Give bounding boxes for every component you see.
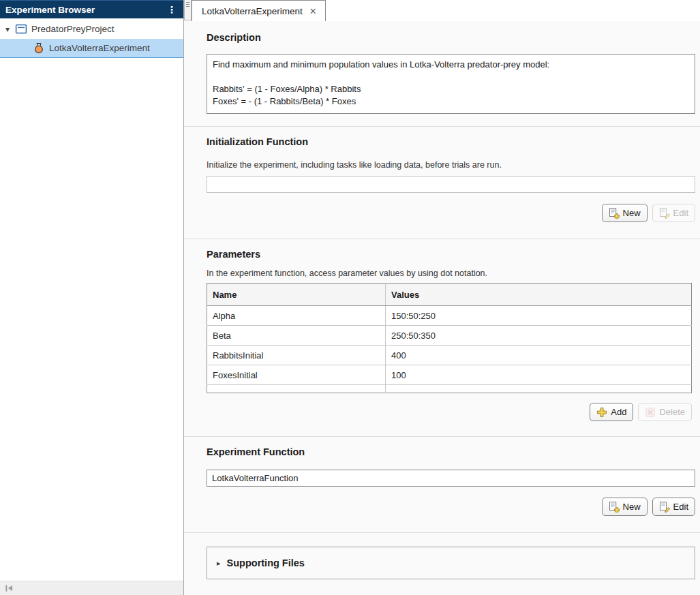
experiment-browser-title: Experiment Browser — [5, 5, 166, 15]
table-header-row: Name Values — [207, 284, 692, 306]
delete-parameter-button[interactable]: Delete — [638, 403, 692, 421]
description-heading: Description — [207, 31, 695, 44]
tree-item-project[interactable]: ▾ PredatorPreyProject — [0, 19, 183, 39]
experiment-flask-icon — [33, 42, 45, 54]
initialization-function-input[interactable] — [207, 176, 695, 193]
document-tab-bar: LotkaVolterraExperiment ✕ — [184, 0, 700, 21]
column-header-name[interactable]: Name — [207, 284, 386, 306]
app-window: Experiment Browser ⋮ ▾ PredatorPreyProje… — [0, 0, 700, 595]
add-parameter-button[interactable]: Add — [590, 403, 633, 421]
table-empty-row — [207, 385, 692, 393]
collapse-panel-icon[interactable] — [4, 583, 14, 593]
experiment-browser-panel: Experiment Browser ⋮ ▾ PredatorPreyProje… — [0, 0, 184, 595]
new-file-icon — [609, 208, 620, 219]
param-name-cell[interactable]: RabbitsInitial — [207, 346, 386, 365]
parameters-hint: In the experiment function, access param… — [207, 268, 695, 279]
param-name-cell[interactable]: Alpha — [207, 306, 386, 326]
param-values-cell[interactable]: 400 — [386, 346, 692, 365]
new-file-icon — [609, 502, 620, 513]
initialization-heading: Initialization Function — [207, 135, 695, 149]
param-name-cell[interactable]: FoxesInitial — [207, 365, 386, 385]
experiment-browser-header: Experiment Browser ⋮ — [0, 0, 183, 18]
project-icon — [15, 23, 27, 35]
initialization-edit-button[interactable]: Edit — [652, 204, 695, 222]
table-row[interactable]: FoxesInitial 100 — [207, 365, 692, 385]
experiment-document: Description Find maximum and minimum pop… — [184, 21, 700, 595]
tree-item-experiment[interactable]: LotkaVolterraExperiment — [0, 39, 183, 58]
edit-button-label: Edit — [673, 502, 688, 512]
parameters-table: Name Values Alpha 150:50:250 Beta 250:50… — [207, 283, 692, 393]
tab-label: LotkaVolterraExperiment — [202, 6, 303, 16]
panel-menu-icon[interactable]: ⋮ — [166, 5, 178, 14]
table-row[interactable]: Alpha 150:50:250 — [207, 306, 692, 326]
experiment-function-new-button[interactable]: New — [602, 498, 648, 516]
experiment-label: LotkaVolterraExperiment — [49, 43, 150, 53]
experiment-function-input[interactable] — [207, 470, 695, 487]
initialization-button-row: New Edit — [207, 204, 695, 222]
sidebar-status-bar — [0, 581, 183, 595]
caret-down-icon[interactable]: ▾ — [5, 25, 15, 33]
main-panel: LotkaVolterraExperiment ✕ Description Fi… — [184, 0, 700, 595]
new-button-label: New — [623, 208, 641, 218]
initialization-function-section: Initialization Function Initialize the e… — [184, 127, 700, 239]
initialization-new-button[interactable]: New — [602, 204, 648, 222]
add-button-label: Add — [611, 407, 626, 417]
param-values-cell[interactable]: 150:50:250 — [386, 306, 692, 326]
parameters-section: Parameters In the experiment function, a… — [184, 239, 700, 436]
supporting-files-heading: Supporting Files — [227, 556, 305, 570]
column-header-values[interactable]: Values — [386, 284, 692, 306]
description-section: Description Find maximum and minimum pop… — [184, 21, 700, 126]
edit-file-icon — [659, 502, 670, 513]
table-row[interactable]: RabbitsInitial 400 — [207, 346, 692, 365]
project-label: PredatorPreyProject — [31, 24, 115, 34]
parameters-heading: Parameters — [207, 247, 695, 261]
parameters-button-row: Add Delete — [207, 403, 692, 421]
close-icon[interactable]: ✕ — [309, 7, 317, 16]
experiment-function-edit-button[interactable]: Edit — [652, 498, 695, 516]
chevron-right-icon: ▸ — [217, 559, 221, 568]
experiment-function-section: Experiment Function New — [184, 437, 700, 532]
experiment-function-heading: Experiment Function — [207, 445, 695, 459]
new-button-label: New — [623, 502, 641, 512]
description-textarea[interactable]: Find maximum and minimum population valu… — [207, 54, 695, 114]
param-name-cell[interactable]: Beta — [207, 326, 386, 346]
supporting-files-section: ▸ Supporting Files — [184, 533, 700, 579]
edit-button-label: Edit — [673, 208, 688, 218]
tab-lotkavolterraexperiment[interactable]: LotkaVolterraExperiment ✕ — [192, 0, 326, 21]
supporting-files-accordion[interactable]: ▸ Supporting Files — [207, 547, 695, 579]
add-plus-icon — [596, 407, 607, 418]
experiment-function-button-row: New Edit — [207, 498, 695, 516]
experiment-tree: ▾ PredatorPreyProject LotkaVolterraExper… — [0, 18, 183, 58]
param-values-cell[interactable]: 100 — [386, 365, 692, 385]
initialization-hint: Initialize the experiment, including tas… — [207, 159, 695, 170]
table-row[interactable]: Beta 250:50:350 — [207, 326, 692, 346]
param-values-cell[interactable]: 250:50:350 — [386, 326, 692, 346]
delete-button-label: Delete — [659, 407, 685, 417]
document-bar-grip[interactable] — [184, 0, 192, 20]
delete-x-icon — [645, 407, 656, 418]
edit-file-icon — [659, 208, 670, 219]
